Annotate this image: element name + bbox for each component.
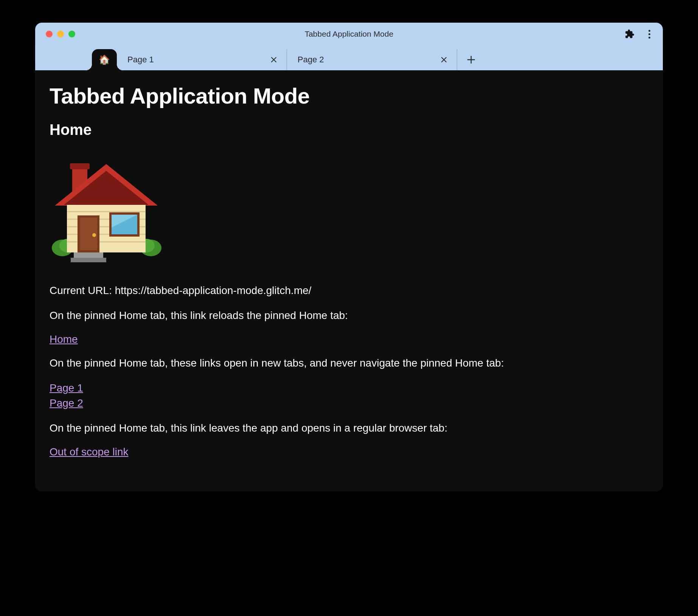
close-icon[interactable] (439, 54, 449, 65)
tab-page-1[interactable]: Page 1 (117, 49, 287, 70)
window-actions (624, 29, 655, 39)
traffic-lights (35, 23, 75, 45)
kebab-menu-button[interactable] (644, 29, 655, 39)
link-page-1[interactable]: Page 1 (50, 381, 648, 395)
house-icon (50, 152, 163, 265)
link-group-pages: Page 1 Page 2 (50, 381, 648, 410)
tabstrip: 🏠 Page 1 Page 2 (35, 45, 663, 70)
svg-rect-20 (74, 252, 103, 258)
tab-pinned-home[interactable]: 🏠 (92, 49, 117, 70)
window-maximize-button[interactable] (68, 31, 75, 37)
tab-label: Page 2 (298, 55, 324, 65)
paragraph-outofscope: On the pinned Home tab, this link leaves… (50, 421, 648, 435)
link-page-2[interactable]: Page 2 (50, 396, 648, 410)
titlebar-top: Tabbed Application Mode (35, 23, 663, 45)
app-window: Tabbed Application Mode 🏠 Page 1 (35, 23, 663, 491)
window-title: Tabbed Application Mode (305, 29, 394, 39)
link-out-of-scope[interactable]: Out of scope link (50, 446, 648, 458)
svg-rect-5 (70, 163, 90, 169)
window-minimize-button[interactable] (57, 31, 64, 37)
window-close-button[interactable] (46, 31, 53, 37)
extensions-icon[interactable] (624, 29, 635, 39)
svg-rect-21 (71, 258, 106, 262)
close-icon[interactable] (268, 54, 279, 65)
current-url-text: Current URL: https://tabbed-application-… (50, 283, 648, 298)
paragraph-reload: On the pinned Home tab, this link reload… (50, 308, 648, 323)
titlebar: Tabbed Application Mode 🏠 Page 1 (35, 23, 663, 70)
paragraph-newtabs: On the pinned Home tab, these links open… (50, 356, 648, 370)
page-subtitle: Home (50, 121, 648, 138)
new-tab-button[interactable] (462, 50, 481, 69)
link-home[interactable]: Home (50, 333, 648, 345)
tab-label: Page 1 (127, 55, 154, 65)
svg-point-16 (92, 233, 96, 237)
page-content: Tabbed Application Mode Home (35, 70, 663, 491)
house-icon: 🏠 (99, 55, 110, 64)
page-title: Tabbed Application Mode (50, 83, 648, 108)
tab-page-2[interactable]: Page 2 (287, 49, 457, 70)
